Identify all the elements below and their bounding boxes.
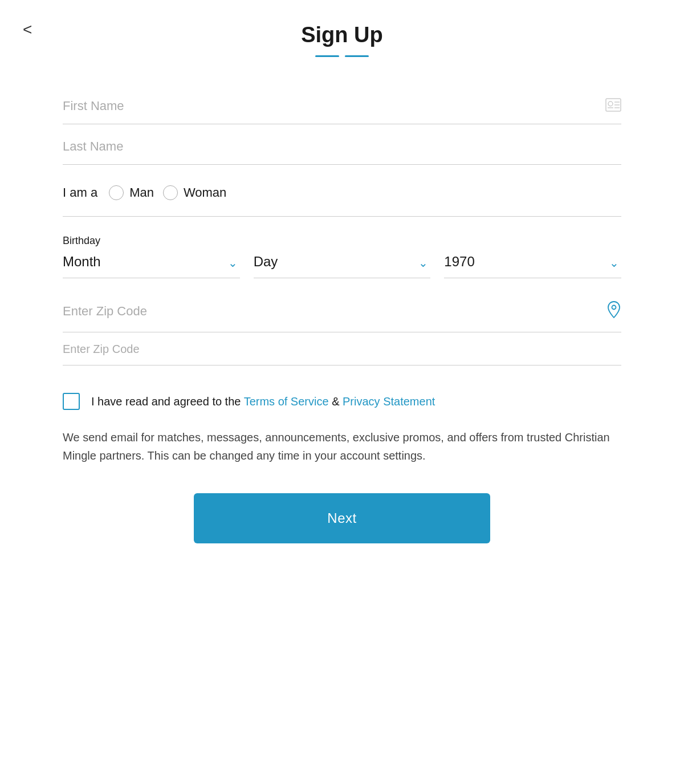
terms-checkbox[interactable]	[63, 393, 80, 410]
gender-prefix-label: I am a	[63, 185, 97, 200]
month-value: Month	[63, 254, 101, 269]
gender-woman-option[interactable]: Woman	[163, 185, 226, 200]
zip-section: Enter Zip Code	[63, 301, 621, 365]
month-chevron-icon: ⌄	[228, 256, 238, 270]
page-title: Sign Up	[63, 23, 621, 47]
email-notice: We send email for matches, messages, ann…	[63, 428, 621, 465]
terms-prefix: I have read and agreed to the	[91, 395, 241, 408]
gender-man-radio[interactable]	[109, 185, 124, 200]
last-name-input[interactable]	[63, 129, 621, 165]
contact-card-icon	[605, 98, 621, 115]
back-button[interactable]: <	[23, 22, 32, 38]
zip-input[interactable]	[63, 334, 621, 365]
birthday-label: Birthday	[63, 235, 621, 247]
gender-man-option[interactable]: Man	[109, 185, 154, 200]
first-name-input[interactable]	[63, 88, 621, 124]
last-name-field	[63, 129, 621, 165]
first-name-field	[63, 88, 621, 124]
month-dropdown[interactable]: Month ⌄	[63, 254, 240, 278]
gender-man-label: Man	[129, 185, 154, 200]
gender-woman-label: Woman	[184, 185, 226, 200]
birthday-dropdowns: Month ⌄ Day ⌄ 1970 ⌄	[63, 254, 621, 278]
form-section: I am a Man Woman Birthday Month ⌄	[63, 88, 621, 543]
day-chevron-icon: ⌄	[418, 256, 428, 270]
day-value: Day	[254, 254, 278, 269]
terms-text: I have read and agreed to the Terms of S…	[91, 393, 435, 410]
title-underline	[63, 55, 621, 57]
terms-row: I have read and agreed to the Terms of S…	[63, 393, 621, 410]
page-container: < Sign Up	[0, 0, 684, 784]
underline-dash-2	[345, 55, 369, 57]
privacy-statement-link[interactable]: Privacy Statement	[343, 395, 435, 408]
birthday-section: Birthday Month ⌄ Day ⌄ 1970 ⌄	[63, 235, 621, 278]
svg-point-1	[608, 101, 613, 106]
svg-point-6	[612, 306, 616, 310]
gender-row: I am a Man Woman	[63, 169, 621, 217]
location-pin-icon	[606, 301, 621, 322]
terms-separator: &	[332, 395, 343, 408]
year-value: 1970	[444, 254, 474, 269]
gender-woman-radio[interactable]	[163, 185, 178, 200]
year-chevron-icon: ⌄	[609, 256, 619, 270]
year-dropdown[interactable]: 1970 ⌄	[444, 254, 621, 278]
underline-dash-1	[315, 55, 339, 57]
next-button[interactable]: Next	[194, 493, 490, 543]
zip-label-row: Enter Zip Code	[63, 301, 621, 332]
terms-of-service-link[interactable]: Terms of Service	[244, 395, 329, 408]
zip-label: Enter Zip Code	[63, 304, 147, 319]
day-dropdown[interactable]: Day ⌄	[254, 254, 431, 278]
